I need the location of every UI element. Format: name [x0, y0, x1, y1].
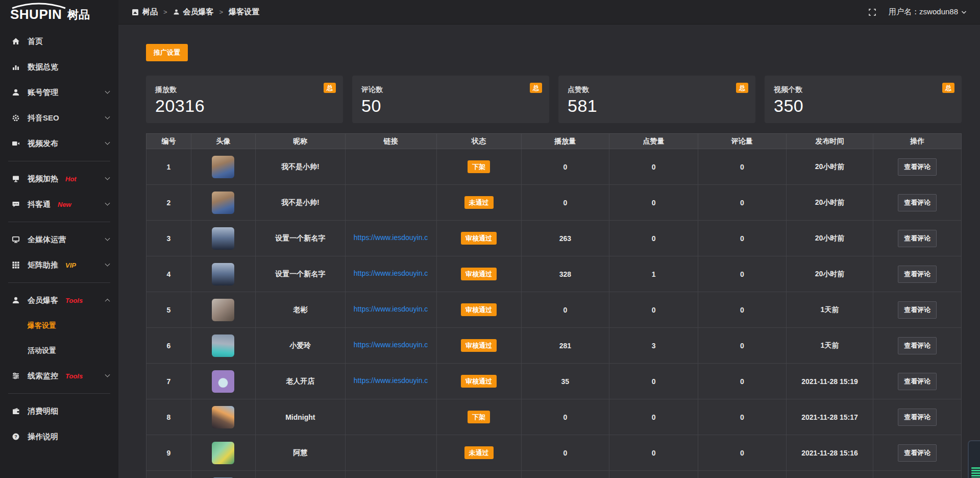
cell-nickname: 我不是小帅! — [255, 149, 345, 185]
sidebar-item-label: 全媒体运营 — [28, 235, 66, 245]
nickname-text: 老彬 — [293, 305, 307, 314]
nickname-text: 我不是小帅! — [281, 162, 320, 171]
row-number: 3 — [167, 234, 171, 243]
cell-avatar — [191, 256, 255, 292]
video-link[interactable]: https://www.iesdouyin.c — [354, 376, 428, 385]
cell-likes: 0 — [609, 292, 698, 328]
sidebar-item-instructions[interactable]: ? 操作说明 — [0, 424, 118, 449]
sidebar-item-matrix-boost[interactable]: 矩阵助推 VIP — [0, 252, 118, 278]
view-comments-button[interactable]: 查看评论 — [898, 266, 937, 283]
cell-nickname: 阿慧 — [255, 435, 345, 471]
table-row: 3 设置一个新名字 https://www.iesdouyin.c 审核通过 2… — [146, 221, 962, 256]
main-area: 树品 > 会员爆客 > 爆客设置 用户名：zswodun88 — [118, 0, 980, 478]
logo-text-en: SHUPIN — [10, 7, 62, 22]
sidebar-item-consumption-detail[interactable]: 消费明细 — [0, 398, 118, 424]
sidebar-item-video-heat[interactable]: 视频加热 Hot — [0, 166, 118, 192]
col-status: 状态 — [436, 134, 521, 149]
view-comments-button[interactable]: 查看评论 — [898, 444, 937, 462]
breadcrumb-item-root[interactable]: 树品 — [132, 7, 158, 17]
grid-icon — [11, 261, 20, 269]
view-comments-button[interactable]: 查看评论 — [898, 373, 937, 390]
likes-value: 0 — [652, 234, 656, 243]
promo-settings-button[interactable]: 推广设置 — [146, 44, 188, 61]
likes-value: 0 — [652, 163, 656, 171]
chevron-down-icon — [105, 139, 110, 145]
sidebar-subitem-activity-settings[interactable]: 活动设置 — [0, 338, 118, 363]
cell-plays: 0 — [521, 292, 609, 328]
gear-icon — [11, 114, 20, 122]
video-link[interactable]: https://www.iesdouyin.c — [354, 269, 428, 277]
sidebar-item-clue-monitor[interactable]: 线索监控 Tools — [0, 363, 118, 389]
sidebar-item-member-baoke[interactable]: 会员爆客 Tools — [0, 288, 118, 313]
cell-publish-time: 20小时前 — [786, 185, 873, 221]
sidebar-item-data-overview[interactable]: 数据总览 — [0, 54, 118, 80]
video-link[interactable]: https://www.iesdouyin.c — [354, 305, 428, 313]
view-comments-button[interactable]: 查看评论 — [898, 230, 937, 247]
cell-publish-time: 20小时前 — [786, 221, 873, 256]
view-comments-button[interactable]: 查看评论 — [898, 301, 937, 319]
cell-likes: 1 — [609, 256, 698, 292]
cell-link — [345, 399, 436, 435]
breadcrumb: 树品 > 会员爆客 > 爆客设置 — [132, 7, 259, 17]
breadcrumb-item-member-baoke[interactable]: 会员爆客 — [173, 7, 214, 17]
stat-label: 点赞数 — [568, 85, 746, 94]
row-number: 9 — [167, 449, 171, 457]
view-comments-button[interactable]: 查看评论 — [898, 158, 937, 176]
avatar — [212, 406, 234, 428]
sidebar-divider — [8, 222, 110, 222]
sidebar-item-home[interactable]: 首页 — [0, 29, 118, 54]
sidebar-item-label: 视频发布 — [28, 139, 58, 149]
cell-comments: 0 — [698, 221, 786, 256]
cell-avatar — [191, 364, 255, 399]
cell-avatar — [191, 149, 255, 185]
video-link[interactable]: https://www.iesdouyin.c — [354, 233, 428, 242]
video-table: 编号 头像 昵称 链接 状态 播放量 点赞量 评论量 发布时间 操作 — [146, 133, 962, 478]
cell-status: 审核通过 — [436, 292, 521, 328]
plays-value: 0 — [563, 306, 567, 314]
cell-avatar — [191, 292, 255, 328]
widget-bar — [971, 467, 980, 469]
chevron-down-icon — [105, 261, 110, 266]
sidebar-divider — [8, 282, 110, 283]
cell-status: 下架 — [436, 399, 521, 435]
cell-nickname: 老人开店 — [255, 364, 345, 399]
sliders-icon — [11, 372, 20, 380]
view-comments-button[interactable]: 查看评论 — [898, 337, 937, 354]
video-link[interactable]: https://www.iesdouyin.c — [354, 341, 428, 349]
sidebar-item-account-mgmt[interactable]: 账号管理 — [0, 80, 118, 105]
cell-plays: 0 — [521, 399, 609, 435]
cell-action: 查看评论 — [873, 185, 962, 221]
cell-link: https://www.iesdouyin.c — [345, 328, 436, 364]
cell-no: 3 — [146, 221, 191, 256]
stat-card-likes: 点赞数 581 总 — [558, 76, 755, 123]
chevron-down-icon — [105, 175, 110, 180]
widget-bar — [971, 475, 980, 476]
screen-icon — [11, 175, 20, 183]
floating-widget[interactable] — [968, 440, 980, 478]
user-menu[interactable]: 用户名：zswodun88 — [889, 7, 967, 17]
sidebar-subitem-baoke-settings[interactable]: 爆客设置 — [0, 313, 118, 338]
cell-link — [345, 471, 436, 478]
cell-nickname: 设置一个新名字 — [255, 221, 345, 256]
table-row: 8 Midnight 下架 0 0 0 2021-11-28 15:17 查看评… — [146, 399, 962, 435]
sidebar-item-all-media[interactable]: 全媒体运营 — [0, 227, 118, 252]
view-comments-button[interactable]: 查看评论 — [898, 409, 937, 426]
sidebar-item-douketong[interactable]: 抖客通 New — [0, 192, 118, 217]
vip-tag: VIP — [65, 261, 76, 269]
cell-link: https://www.iesdouyin.c — [345, 221, 436, 256]
fullscreen-icon — [868, 8, 876, 16]
fullscreen-button[interactable] — [868, 8, 876, 16]
col-plays: 播放量 — [521, 134, 609, 149]
table-row: 9 阿慧 未通过 0 0 0 2021-11-28 15:16 查看评论 — [146, 435, 962, 471]
sidebar-item-video-publish[interactable]: 视频发布 — [0, 131, 118, 156]
sidebar-divider — [8, 161, 110, 161]
stat-value: 50 — [361, 96, 540, 116]
cell-status: 下架 — [436, 149, 521, 185]
logo-graphic: SHUPIN 树品 — [7, 2, 99, 23]
breadcrumb-label: 树品 — [142, 7, 158, 17]
logo[interactable]: SHUPIN 树品 — [0, 0, 118, 25]
view-comments-button[interactable]: 查看评论 — [898, 194, 937, 211]
sidebar-item-douyin-seo[interactable]: 抖音SEO — [0, 105, 118, 131]
comments-value: 0 — [740, 306, 744, 314]
sidebar-item-label: 首页 — [28, 37, 43, 46]
